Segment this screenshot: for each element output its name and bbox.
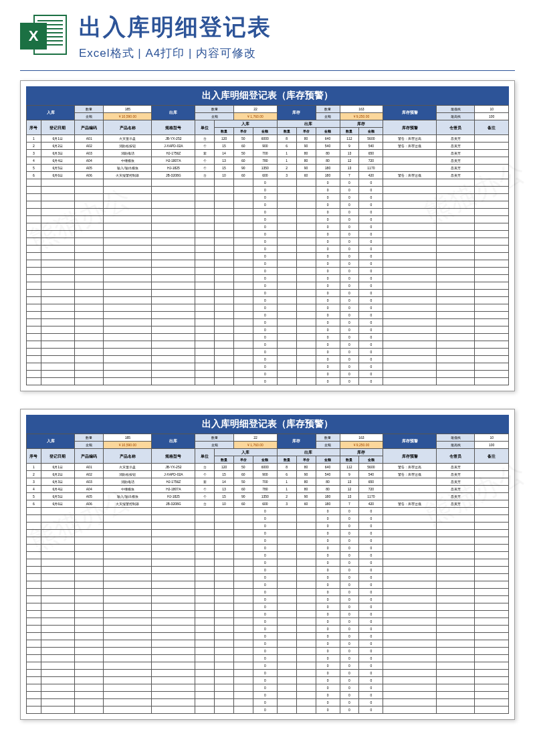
table-row: 0000 [27,706,509,714]
divider [20,70,515,71]
table-row: 0000 [27,231,509,238]
table-row: 0000 [27,253,509,260]
table-row: 0000 [27,371,509,378]
table-row: 0000 [27,223,509,231]
table-row: 0000 [27,216,509,223]
table-row: 0000 [27,603,509,611]
table-row: 66月6日A06火灾报警控制器JB-3208G台1060600360180742… [27,172,509,179]
table-row: 46月4日A04中继模块HJ-1807A个13607801808012720吕美… [27,157,509,165]
table-row: 0000 [27,559,509,567]
table-row: 0000 [27,334,509,341]
table-row: 0000 [27,194,509,201]
table-row: 0000 [27,312,509,319]
table-row: 0000 [27,341,509,349]
table-row: 0000 [27,297,509,304]
table-row: 0000 [27,699,509,706]
page-subtitle: Excel格式 | A4打印 | 内容可修改 [79,45,515,61]
table-row: 0000 [27,581,509,589]
sheet-preview-1: 出入库明细登记表（库存预警）入库数量185出库数量22库存数量163库存预警最低… [20,80,515,391]
summary-table: 入库数量185出库数量22库存数量163库存预警最低线10金额¥ 10,590.… [26,105,509,385]
table-row: 0000 [27,530,509,537]
table-row: 0000 [27,574,509,581]
table-row: 0000 [27,187,509,194]
table-row: 0000 [27,545,509,552]
table-row: 0000 [27,326,509,334]
table-row: 56月5日A05输入/输出模块HJ-1825个15901350290180131… [27,493,509,500]
sheet-preview-2: 出入库明细登记表（库存预警）入库数量185出库数量22库存数量163库存预警最低… [20,409,515,720]
table-row: 0000 [27,677,509,684]
table-row: 0000 [27,260,509,268]
table-row: 0000 [27,596,509,603]
page-title: 出入库明细登记表 [79,12,515,43]
table-row: 0000 [27,648,509,655]
table-row: 26月2日A02消防栓按钮J-XAPD-02A个1560900690540954… [27,471,509,478]
table-row: 0000 [27,268,509,275]
table-row: 36月3日A03消防电话HJ-1756Z套14507001808013650吕美… [27,150,509,157]
table-row: 0000 [27,508,509,515]
table-row: 0000 [27,349,509,356]
table-row: 0000 [27,201,509,209]
table-row: 36月3日A03消防电话HJ-1756Z套14507001808013650吕美… [27,478,509,486]
summary-table: 入库数量185出库数量22库存数量163库存预警最低线10金额¥ 10,590.… [26,434,509,714]
table-row: 0000 [27,319,509,326]
table-row: 16月1日A01火灾显示盘JB-YX-252台12050600088064011… [27,135,509,143]
table-row: 0000 [27,282,509,290]
table-row: 0000 [27,684,509,692]
table-row: 0000 [27,692,509,699]
page-header: X 出入库明细登记表 Excel格式 | A4打印 | 内容可修改 [0,0,535,66]
table-row: 0000 [27,275,509,282]
table-row: 0000 [27,515,509,523]
table-row: 0000 [27,670,509,677]
table-row: 0000 [27,633,509,640]
sheet-title: 出入库明细登记表（库存预警） [26,86,509,105]
table-row: 0000 [27,179,509,187]
table-row: 0000 [27,246,509,253]
table-row: 0000 [27,567,509,574]
table-row: 0000 [27,356,509,363]
table-row: 0000 [27,640,509,648]
table-row: 0000 [27,378,509,385]
table-row: 0000 [27,304,509,312]
table-row: 26月2日A02消防栓按钮J-XAPD-02A个1560900690540954… [27,143,509,150]
table-row: 0000 [27,537,509,545]
table-row: 0000 [27,363,509,371]
table-row: 0000 [27,655,509,662]
table-row: 56月5日A05输入/输出模块HJ-1825个15901350290180131… [27,165,509,172]
table-row: 0000 [27,662,509,670]
table-row: 0000 [27,209,509,216]
table-row: 0000 [27,611,509,618]
table-row: 0000 [27,618,509,626]
table-row: 66月6日A06火灾报警控制器JB-3208G台1060600360180742… [27,500,509,508]
excel-icon: X [20,12,67,59]
sheet-title: 出入库明细登记表（库存预警） [26,415,509,434]
table-row: 0000 [27,589,509,596]
table-row: 0000 [27,290,509,297]
table-row: 0000 [27,238,509,246]
table-row: 0000 [27,523,509,530]
table-row: 0000 [27,626,509,633]
table-row: 0000 [27,552,509,559]
table-row: 46月4日A04中继模块HJ-1807A个13607801808012720吕美… [27,486,509,493]
table-row: 16月1日A01火灾显示盘JB-YX-252台12050600088064011… [27,464,509,471]
